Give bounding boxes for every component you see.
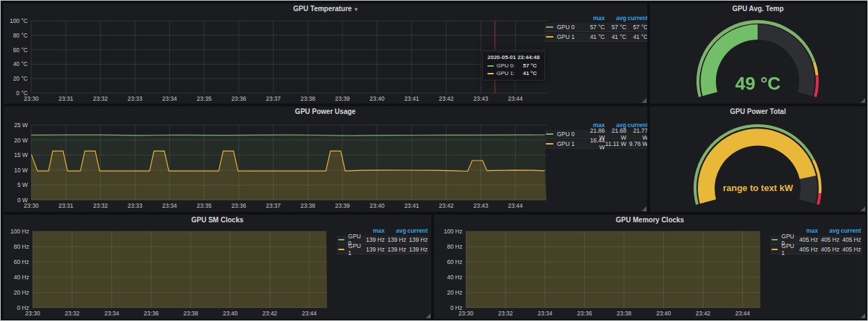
- svg-text:23:31: 23:31: [58, 202, 74, 209]
- series-swatch-icon: [546, 26, 553, 28]
- svg-text:23:44: 23:44: [508, 202, 524, 209]
- legend-header-max[interactable]: max: [796, 227, 818, 234]
- panel-resize-handle[interactable]: [642, 98, 646, 103]
- svg-text:23:38: 23:38: [301, 95, 316, 102]
- legend-current-value: 9.76 W: [626, 140, 647, 147]
- svg-text:23:34: 23:34: [162, 202, 178, 209]
- svg-text:23:39: 23:39: [335, 202, 351, 209]
- legend-avg-value: 41 °C: [605, 33, 626, 40]
- svg-text:80 °C: 80 °C: [13, 32, 28, 39]
- series-dash-icon: [487, 73, 494, 74]
- panel-gpu-temperature: GPU Temperature▾ 0 °C20 °C40 °C60 °C80 °…: [3, 3, 647, 104]
- svg-text:23:39: 23:39: [335, 95, 351, 102]
- svg-text:23:42: 23:42: [439, 95, 454, 102]
- svg-text:23:40: 23:40: [656, 310, 671, 317]
- panel-resize-handle[interactable]: [860, 98, 865, 103]
- svg-text:23:38: 23:38: [301, 202, 316, 209]
- panel-resize-handle[interactable]: [642, 206, 646, 211]
- tooltip-row-gpu0: GPU 0: 57 °C: [487, 62, 540, 69]
- legend-current-value: 139 Hz: [406, 246, 428, 253]
- legend-header-max[interactable]: max: [363, 227, 385, 234]
- svg-text:23:42: 23:42: [262, 310, 278, 317]
- panel-title-gpu-avg-temp[interactable]: GPU Avg. Temp: [650, 3, 866, 15]
- series-swatch-icon: [771, 249, 778, 250]
- svg-text:25 W: 25 W: [14, 122, 28, 129]
- power-total-gauge: [650, 117, 866, 212]
- legend-row-gpu1: GPU 1 41 °C 41 °C 41 °C: [544, 33, 647, 42]
- gauge-value-text: 49 °C: [650, 73, 866, 94]
- svg-text:23:37: 23:37: [266, 95, 281, 102]
- svg-text:40 °C: 40 °C: [13, 60, 28, 67]
- legend-row-gpu1: GPU 1 16.44 W 11.11 W 9.76 W: [544, 140, 647, 149]
- svg-text:23:36: 23:36: [231, 95, 247, 102]
- svg-text:100 Hz: 100 Hz: [444, 228, 462, 235]
- svg-text:23:36: 23:36: [577, 310, 592, 317]
- svg-text:80 Hz: 80 Hz: [14, 243, 29, 250]
- svg-text:23:41: 23:41: [404, 95, 419, 102]
- legend-series-toggle-gpu1[interactable]: GPU 1: [544, 140, 583, 147]
- svg-text:23:32: 23:32: [93, 202, 108, 209]
- chart-tooltip: 2020-05-01 23:44:48 GPU 0: 57 °C GPU 1: …: [482, 51, 545, 81]
- gauge-value-text: range to text kW: [650, 183, 866, 193]
- legend-max-value: 139 Hz: [363, 236, 385, 243]
- panel-title-text: GPU Temperature: [293, 5, 351, 13]
- legend-avg-value: 139 Hz: [385, 236, 406, 243]
- panel-menu-caret-icon[interactable]: ▾: [355, 6, 358, 13]
- legend-header-max[interactable]: max: [583, 15, 605, 22]
- panel-title-gpu-sm-clocks[interactable]: GPU SM Clocks: [3, 215, 431, 226]
- svg-text:20 Hz: 20 Hz: [14, 289, 29, 296]
- legend-series-toggle-gpu1[interactable]: GPU 1: [770, 242, 796, 256]
- svg-text:80 Hz: 80 Hz: [447, 243, 462, 250]
- legend-max-value: 16.44 W: [583, 137, 605, 151]
- svg-text:23:37: 23:37: [266, 202, 281, 209]
- legend-series-toggle-gpu1[interactable]: GPU 1: [544, 33, 583, 40]
- tooltip-row-gpu1: GPU 1: 41 °C: [487, 69, 540, 77]
- svg-text:23:33: 23:33: [128, 95, 143, 102]
- svg-text:20 W: 20 W: [14, 137, 28, 144]
- svg-text:23:40: 23:40: [223, 310, 238, 317]
- power-legend: max avg current GPU 0 21.86 W 21.68 W 21…: [544, 120, 647, 149]
- svg-text:40 Hz: 40 Hz: [447, 274, 462, 281]
- svg-text:5 W: 5 W: [17, 181, 28, 188]
- panel-resize-handle[interactable]: [426, 313, 431, 318]
- panel-title-gpu-memory-clocks[interactable]: GPU Memory Clocks: [434, 215, 866, 226]
- panel-resize-handle[interactable]: [860, 313, 865, 318]
- panel-title-gpu-temperature[interactable]: GPU Temperature▾: [3, 3, 647, 15]
- legend-series-toggle-gpu1[interactable]: GPU 1: [337, 242, 363, 256]
- legend-current-value: 405 Hz: [840, 246, 861, 253]
- svg-text:23:31: 23:31: [58, 95, 74, 102]
- sm-clocks-legend: max avg current GPU 0 139 Hz 139 Hz 139 …: [337, 226, 428, 255]
- tooltip-value: 41 °C: [523, 70, 537, 76]
- legend-header-avg[interactable]: avg: [605, 15, 626, 22]
- legend-series-toggle-gpu0[interactable]: GPU 0: [544, 131, 583, 138]
- svg-text:23:34: 23:34: [104, 310, 119, 317]
- panel-resize-handle[interactable]: [860, 206, 865, 211]
- svg-text:23:44: 23:44: [302, 310, 317, 317]
- svg-text:23:38: 23:38: [183, 310, 199, 317]
- panel-title-gpu-power-total[interactable]: GPU Power Total: [650, 106, 866, 117]
- legend-avg-value: 139 Hz: [385, 246, 406, 253]
- svg-text:23:43: 23:43: [474, 202, 489, 209]
- legend-current-value: 405 Hz: [840, 236, 861, 243]
- svg-text:10 W: 10 W: [14, 167, 28, 174]
- tooltip-timestamp: 2020-05-01 23:44:48: [487, 54, 540, 60]
- legend-current-value: 57 °C: [626, 24, 647, 31]
- panel-gpu-avg-temp: GPU Avg. Temp 49 °C: [650, 3, 866, 104]
- legend-max-value: 405 Hz: [796, 246, 818, 253]
- legend-header-current[interactable]: current: [840, 227, 861, 234]
- legend-avg-value: 11.11 W: [605, 140, 626, 147]
- legend-header-avg[interactable]: avg: [818, 227, 840, 234]
- svg-text:60 Hz: 60 Hz: [447, 258, 462, 265]
- svg-text:23:41: 23:41: [404, 202, 419, 209]
- svg-text:23:36: 23:36: [144, 310, 159, 317]
- panel-title-gpu-power-usage[interactable]: GPU Power Usage: [3, 106, 647, 117]
- panel-gpu-memory-clocks: GPU Memory Clocks 0 Hz20 Hz40 Hz60 Hz80 …: [434, 215, 866, 319]
- legend-series-toggle-gpu0[interactable]: GPU 0: [544, 24, 583, 31]
- legend-header-current[interactable]: current: [406, 227, 428, 234]
- legend-avg-value: 21.68 W: [605, 127, 626, 141]
- legend-current-value: 41 °C: [626, 33, 647, 40]
- legend-header-current[interactable]: current: [626, 15, 647, 22]
- svg-text:23:35: 23:35: [197, 95, 212, 102]
- svg-text:23:30: 23:30: [24, 95, 39, 102]
- legend-header-avg[interactable]: avg: [385, 227, 406, 234]
